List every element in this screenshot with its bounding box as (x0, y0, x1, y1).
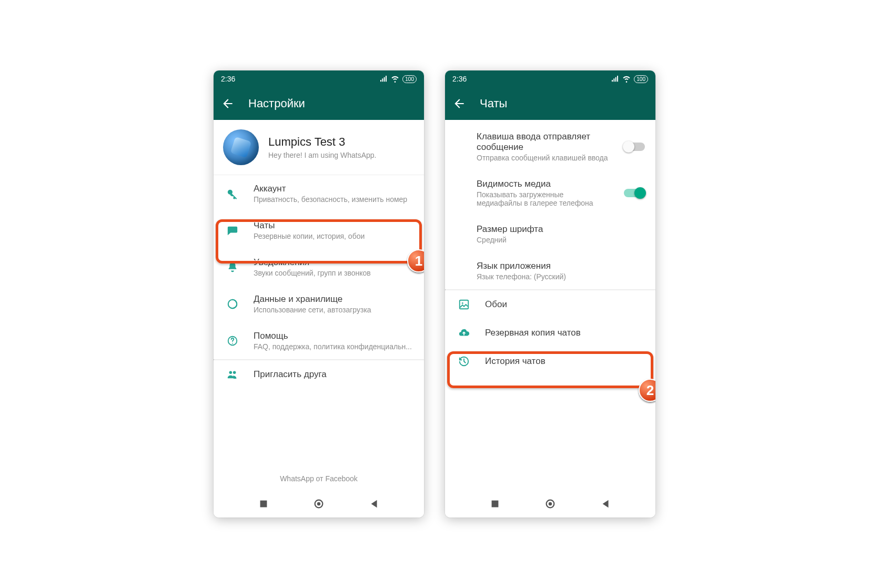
history-icon (457, 356, 471, 367)
row-app-language[interactable]: Язык приложения Язык телефона: (Русский) (445, 252, 655, 289)
badge-2: 2 (639, 379, 655, 402)
status-bar: 2:36 100 (214, 70, 424, 87)
chat-icon (225, 225, 240, 236)
svg-rect-8 (460, 300, 469, 309)
row-label: Язык приложения (477, 261, 645, 271)
row-label: Размер шрифта (477, 224, 645, 235)
help-icon (225, 335, 240, 347)
row-label: Чаты (254, 220, 413, 231)
wallpaper-icon (457, 299, 471, 310)
row-sub: Отправка сообщений клавишей ввода (477, 154, 610, 162)
row-label: Данные и хранилище (254, 294, 413, 305)
row-sub: Приватность, безопасность, изменить номе… (254, 195, 413, 204)
row-sub: Средний (477, 236, 645, 244)
appbar-title: Настройки (248, 97, 305, 110)
nav-home-icon[interactable] (544, 498, 556, 510)
row-label: Обои (485, 299, 645, 310)
key-icon (225, 188, 240, 199)
row-chat-backup[interactable]: Резервная копия чатов (445, 319, 655, 347)
status-right: 100 (611, 75, 648, 83)
footer-text: WhatsApp от Facebook (214, 465, 424, 488)
toggle-enter[interactable] (624, 143, 645, 151)
invite-icon (225, 369, 240, 380)
profile-row[interactable]: Lumpics Test 3 Hey there! I am using Wha… (214, 120, 424, 175)
row-sub: Резервные копии, история, обои (254, 232, 413, 240)
row-wallpaper[interactable]: Обои (445, 290, 655, 319)
signal-icon (611, 75, 619, 83)
battery-pill: 100 (402, 75, 417, 83)
nav-recent-icon[interactable] (258, 498, 269, 510)
row-label: Видимость медиа (477, 179, 610, 189)
app-bar: Настройки (214, 87, 424, 120)
content: Клавиша ввода отправляет сообщение Отпра… (445, 120, 655, 490)
svg-point-9 (462, 302, 463, 304)
row-data[interactable]: Данные и хранилище Использование сети, а… (214, 286, 424, 322)
nav-back-icon[interactable] (600, 498, 612, 510)
content: Lumpics Test 3 Hey there! I am using Wha… (214, 120, 424, 490)
signal-icon (379, 75, 388, 83)
svg-point-2 (232, 343, 233, 344)
row-sub: FAQ, поддержка, политика конфиденциальн.… (254, 342, 413, 351)
row-invite[interactable]: Пригласить друга (214, 360, 424, 389)
wifi-icon (622, 75, 631, 83)
avatar (223, 129, 259, 165)
row-enter-key[interactable]: Клавиша ввода отправляет сообщение Отпра… (445, 120, 655, 170)
wifi-icon (391, 75, 399, 83)
row-label: Аккаунт (254, 184, 413, 194)
row-help[interactable]: Помощь FAQ, поддержка, политика конфиден… (214, 322, 424, 359)
nav-back-icon[interactable] (369, 498, 380, 510)
svg-point-3 (229, 371, 233, 374)
toggle-media[interactable] (624, 189, 645, 197)
data-icon (225, 298, 240, 310)
nav-bar (214, 490, 424, 518)
status-time: 2:36 (452, 75, 467, 83)
row-chats[interactable]: Чаты Резервные копии, история, обои (214, 212, 424, 249)
nav-recent-icon[interactable] (489, 498, 501, 510)
row-media-visibility[interactable]: Видимость медиа Показывать загруженные м… (445, 170, 655, 216)
status-bar: 2:36 100 (445, 70, 655, 87)
svg-rect-5 (260, 501, 267, 508)
row-label: Уведомления (254, 257, 413, 268)
phone-left: 2:36 100 Настройки Lumpics Test 3 Hey th… (214, 70, 424, 518)
row-sub: Показывать загруженные медиафайлы в гале… (477, 190, 610, 207)
svg-point-12 (549, 502, 552, 505)
row-sub: Использование сети, автозагрузка (254, 306, 413, 314)
back-icon[interactable] (221, 97, 235, 110)
row-label: История чатов (485, 356, 645, 367)
row-label: Резервная копия чатов (485, 328, 645, 338)
nav-bar (445, 490, 655, 518)
back-icon[interactable] (452, 97, 466, 110)
row-chat-history[interactable]: История чатов (445, 347, 655, 376)
status-time: 2:36 (221, 75, 235, 83)
row-account[interactable]: Аккаунт Приватность, безопасность, измен… (214, 175, 424, 212)
row-font-size[interactable]: Размер шрифта Средний (445, 216, 655, 252)
svg-rect-10 (491, 501, 498, 508)
nav-home-icon[interactable] (313, 498, 325, 510)
row-sub: Звуки сообщений, групп и звонков (254, 269, 413, 277)
bell-icon (225, 261, 240, 273)
svg-point-7 (317, 502, 320, 505)
row-notifications[interactable]: Уведомления Звуки сообщений, групп и зво… (214, 249, 424, 286)
row-label: Клавиша ввода отправляет сообщение (477, 131, 610, 153)
battery-pill: 100 (634, 75, 648, 83)
app-bar: Чаты (445, 87, 655, 120)
row-label: Пригласить друга (254, 369, 413, 380)
phone-right: 2:36 100 Чаты Клавиша ввода отправляет с… (445, 70, 655, 518)
row-sub: Язык телефона: (Русский) (477, 272, 645, 281)
appbar-title: Чаты (480, 97, 507, 110)
profile-status: Hey there! I am using WhatsApp. (268, 151, 376, 159)
status-right: 100 (379, 75, 417, 83)
profile-name: Lumpics Test 3 (268, 135, 376, 149)
cloud-upload-icon (457, 327, 471, 339)
svg-point-4 (233, 371, 236, 374)
row-label: Помощь (254, 331, 413, 341)
